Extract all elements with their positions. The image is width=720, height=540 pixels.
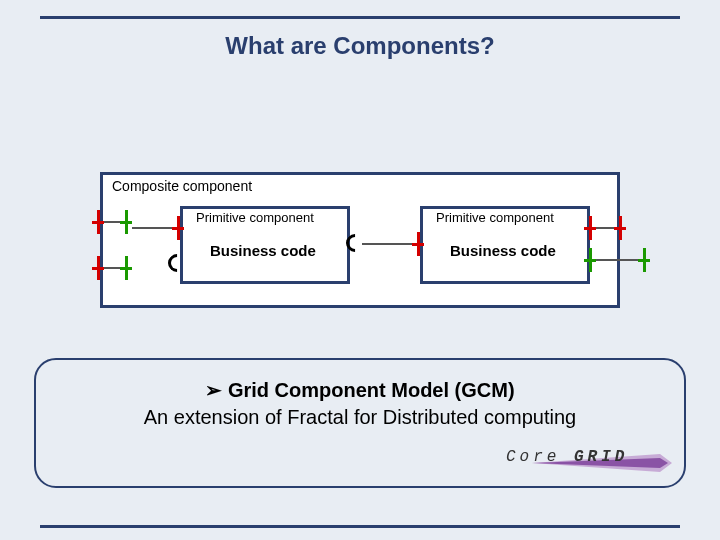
connector-line bbox=[104, 267, 120, 269]
primitive-component-label-1: Primitive component bbox=[196, 210, 314, 225]
connector-line bbox=[104, 221, 120, 223]
panel-heading: ➢ Grid Component Model (GCM) bbox=[36, 378, 684, 402]
logo-text: Core GRID bbox=[506, 448, 628, 466]
interface-icon bbox=[92, 210, 104, 234]
interface-icon bbox=[92, 256, 104, 280]
panel-heading-text: Grid Component Model (GCM) bbox=[228, 379, 515, 401]
panel-subtext: An extension of Fractal for Distributed … bbox=[36, 406, 684, 429]
composite-component-label: Composite component bbox=[112, 178, 252, 194]
logo-text-left: Core bbox=[506, 448, 560, 466]
connector-line bbox=[596, 227, 614, 229]
interface-icon bbox=[584, 216, 596, 240]
interface-icon bbox=[120, 210, 132, 234]
interface-icon bbox=[172, 216, 184, 240]
coregrid-logo: Core GRID bbox=[506, 444, 656, 476]
info-panel: ➢ Grid Component Model (GCM) An extensio… bbox=[34, 358, 686, 488]
slide-title: What are Components? bbox=[0, 32, 720, 60]
connector-line bbox=[132, 227, 172, 229]
connector-line bbox=[362, 243, 412, 245]
interface-icon bbox=[584, 248, 596, 272]
business-code-label-1: Business code bbox=[210, 242, 316, 259]
interface-icon bbox=[638, 248, 650, 272]
interface-icon bbox=[614, 216, 626, 240]
interface-icon bbox=[412, 232, 424, 256]
bullet-icon: ➢ bbox=[205, 379, 222, 401]
primitive-component-label-2: Primitive component bbox=[436, 210, 554, 225]
interface-icon bbox=[120, 256, 132, 280]
top-rule bbox=[40, 16, 680, 19]
business-code-label-2: Business code bbox=[450, 242, 556, 259]
connector-line bbox=[596, 259, 638, 261]
logo-text-right: GRID bbox=[574, 448, 628, 466]
bottom-rule bbox=[40, 525, 680, 528]
